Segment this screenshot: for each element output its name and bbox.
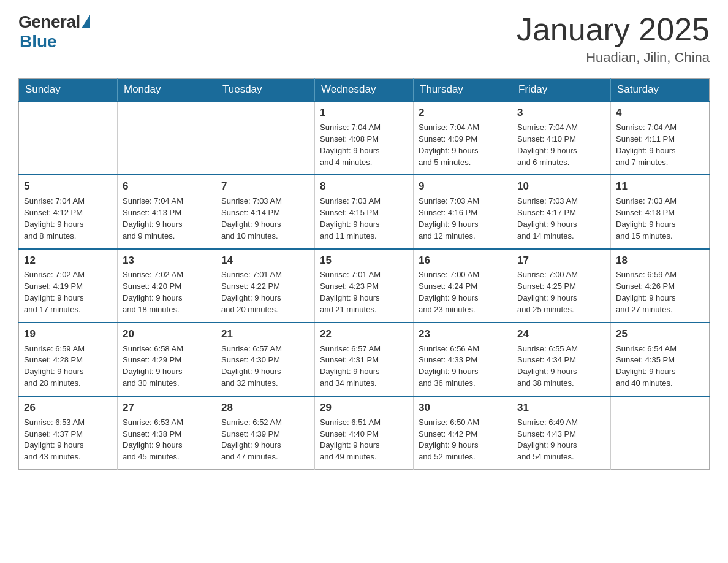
day-number: 15 xyxy=(320,253,408,268)
calendar-header-row: SundayMondayTuesdayWednesdayThursdayFrid… xyxy=(19,79,710,102)
header-saturday: Saturday xyxy=(611,79,710,102)
day-number: 1 xyxy=(320,105,408,120)
calendar-cell: 31Sunrise: 6:49 AMSunset: 4:43 PMDayligh… xyxy=(512,396,611,470)
day-info: Sunrise: 7:01 AMSunset: 4:22 PMDaylight:… xyxy=(221,270,282,314)
day-info: Sunrise: 7:04 AMSunset: 4:09 PMDaylight:… xyxy=(419,123,479,167)
calendar-cell: 18Sunrise: 6:59 AMSunset: 4:26 PMDayligh… xyxy=(611,249,710,323)
calendar-cell: 20Sunrise: 6:58 AMSunset: 4:29 PMDayligh… xyxy=(118,323,216,396)
day-info: Sunrise: 6:58 AMSunset: 4:29 PMDaylight:… xyxy=(123,344,183,388)
day-number: 7 xyxy=(221,179,309,194)
header-monday: Monday xyxy=(118,79,216,102)
calendar-cell: 22Sunrise: 6:57 AMSunset: 4:31 PMDayligh… xyxy=(315,323,414,396)
day-number: 14 xyxy=(221,253,309,268)
header-friday: Friday xyxy=(512,79,611,102)
day-info: Sunrise: 7:02 AMSunset: 4:20 PMDaylight:… xyxy=(123,270,183,314)
page-header: General Blue January 2025 Huadian, Jilin… xyxy=(18,12,710,66)
day-info: Sunrise: 6:53 AMSunset: 4:37 PMDaylight:… xyxy=(24,418,85,462)
day-number: 17 xyxy=(517,253,605,268)
day-info: Sunrise: 6:52 AMSunset: 4:39 PMDaylight:… xyxy=(221,418,282,462)
calendar-week-row: 1Sunrise: 7:04 AMSunset: 4:08 PMDaylight… xyxy=(19,101,710,175)
day-number: 24 xyxy=(517,327,605,342)
calendar-week-row: 12Sunrise: 7:02 AMSunset: 4:19 PMDayligh… xyxy=(19,249,710,323)
day-number: 21 xyxy=(221,327,309,342)
day-number: 28 xyxy=(221,400,309,415)
day-info: Sunrise: 6:51 AMSunset: 4:40 PMDaylight:… xyxy=(320,418,381,462)
calendar-cell: 2Sunrise: 7:04 AMSunset: 4:09 PMDaylight… xyxy=(414,101,512,175)
location-subtitle: Huadian, Jilin, China xyxy=(517,50,710,66)
calendar-cell: 17Sunrise: 7:00 AMSunset: 4:25 PMDayligh… xyxy=(512,249,611,323)
day-number: 8 xyxy=(320,179,408,194)
logo: General Blue xyxy=(18,12,90,52)
calendar-cell: 15Sunrise: 7:01 AMSunset: 4:23 PMDayligh… xyxy=(315,249,414,323)
day-info: Sunrise: 6:59 AMSunset: 4:26 PMDaylight:… xyxy=(616,270,677,314)
calendar-week-row: 19Sunrise: 6:59 AMSunset: 4:28 PMDayligh… xyxy=(19,323,710,396)
header-thursday: Thursday xyxy=(414,79,512,102)
calendar-cell: 12Sunrise: 7:02 AMSunset: 4:19 PMDayligh… xyxy=(19,249,118,323)
day-info: Sunrise: 7:03 AMSunset: 4:17 PMDaylight:… xyxy=(517,196,578,240)
calendar-cell: 26Sunrise: 6:53 AMSunset: 4:37 PMDayligh… xyxy=(19,396,118,470)
day-number: 18 xyxy=(616,253,704,268)
day-number: 10 xyxy=(517,179,605,194)
calendar-cell: 6Sunrise: 7:04 AMSunset: 4:13 PMDaylight… xyxy=(118,175,216,248)
day-info: Sunrise: 7:03 AMSunset: 4:16 PMDaylight:… xyxy=(419,196,479,240)
calendar-cell: 4Sunrise: 7:04 AMSunset: 4:11 PMDaylight… xyxy=(611,101,710,175)
calendar-cell xyxy=(118,101,216,175)
calendar-cell xyxy=(19,101,118,175)
day-info: Sunrise: 6:53 AMSunset: 4:38 PMDaylight:… xyxy=(123,418,183,462)
logo-triangle-icon xyxy=(82,15,90,28)
calendar-cell: 27Sunrise: 6:53 AMSunset: 4:38 PMDayligh… xyxy=(118,396,216,470)
day-number: 16 xyxy=(419,253,507,268)
day-number: 26 xyxy=(24,400,112,415)
calendar-cell: 28Sunrise: 6:52 AMSunset: 4:39 PMDayligh… xyxy=(216,396,315,470)
calendar-cell: 25Sunrise: 6:54 AMSunset: 4:35 PMDayligh… xyxy=(611,323,710,396)
day-number: 29 xyxy=(320,400,408,415)
calendar-cell: 7Sunrise: 7:03 AMSunset: 4:14 PMDaylight… xyxy=(216,175,315,248)
calendar-cell: 8Sunrise: 7:03 AMSunset: 4:15 PMDaylight… xyxy=(315,175,414,248)
logo-general-text: General xyxy=(18,12,80,32)
title-section: January 2025 Huadian, Jilin, China xyxy=(517,12,710,66)
month-title: January 2025 xyxy=(517,12,710,47)
calendar-cell: 21Sunrise: 6:57 AMSunset: 4:30 PMDayligh… xyxy=(216,323,315,396)
day-number: 2 xyxy=(419,105,507,120)
calendar-cell: 10Sunrise: 7:03 AMSunset: 4:17 PMDayligh… xyxy=(512,175,611,248)
day-info: Sunrise: 7:04 AMSunset: 4:08 PMDaylight:… xyxy=(320,123,381,167)
day-info: Sunrise: 6:59 AMSunset: 4:28 PMDaylight:… xyxy=(24,344,85,388)
day-number: 11 xyxy=(616,179,704,194)
calendar-cell xyxy=(216,101,315,175)
day-number: 13 xyxy=(123,253,211,268)
day-number: 4 xyxy=(616,105,704,120)
day-info: Sunrise: 7:04 AMSunset: 4:12 PMDaylight:… xyxy=(24,196,85,240)
day-number: 25 xyxy=(616,327,704,342)
day-number: 23 xyxy=(419,327,507,342)
header-wednesday: Wednesday xyxy=(315,79,414,102)
day-number: 31 xyxy=(517,400,605,415)
header-sunday: Sunday xyxy=(19,79,118,102)
day-number: 9 xyxy=(419,179,507,194)
day-info: Sunrise: 7:01 AMSunset: 4:23 PMDaylight:… xyxy=(320,270,381,314)
day-info: Sunrise: 7:02 AMSunset: 4:19 PMDaylight:… xyxy=(24,270,85,314)
day-info: Sunrise: 6:54 AMSunset: 4:35 PMDaylight:… xyxy=(616,344,677,388)
calendar-cell xyxy=(611,396,710,470)
day-info: Sunrise: 7:00 AMSunset: 4:24 PMDaylight:… xyxy=(419,270,479,314)
calendar-cell: 23Sunrise: 6:56 AMSunset: 4:33 PMDayligh… xyxy=(414,323,512,396)
calendar-cell: 1Sunrise: 7:04 AMSunset: 4:08 PMDaylight… xyxy=(315,101,414,175)
day-number: 3 xyxy=(517,105,605,120)
calendar-table: SundayMondayTuesdayWednesdayThursdayFrid… xyxy=(18,78,710,470)
day-info: Sunrise: 7:03 AMSunset: 4:18 PMDaylight:… xyxy=(616,196,677,240)
calendar-cell: 16Sunrise: 7:00 AMSunset: 4:24 PMDayligh… xyxy=(414,249,512,323)
calendar-cell: 11Sunrise: 7:03 AMSunset: 4:18 PMDayligh… xyxy=(611,175,710,248)
day-info: Sunrise: 6:55 AMSunset: 4:34 PMDaylight:… xyxy=(517,344,578,388)
day-number: 19 xyxy=(24,327,112,342)
day-info: Sunrise: 7:04 AMSunset: 4:11 PMDaylight:… xyxy=(616,123,677,167)
calendar-cell: 29Sunrise: 6:51 AMSunset: 4:40 PMDayligh… xyxy=(315,396,414,470)
calendar-cell: 5Sunrise: 7:04 AMSunset: 4:12 PMDaylight… xyxy=(19,175,118,248)
day-info: Sunrise: 6:50 AMSunset: 4:42 PMDaylight:… xyxy=(419,418,479,462)
day-info: Sunrise: 6:49 AMSunset: 4:43 PMDaylight:… xyxy=(517,418,578,462)
calendar-week-row: 26Sunrise: 6:53 AMSunset: 4:37 PMDayligh… xyxy=(19,396,710,470)
day-info: Sunrise: 6:57 AMSunset: 4:31 PMDaylight:… xyxy=(320,344,381,388)
calendar-cell: 19Sunrise: 6:59 AMSunset: 4:28 PMDayligh… xyxy=(19,323,118,396)
day-info: Sunrise: 7:03 AMSunset: 4:15 PMDaylight:… xyxy=(320,196,381,240)
day-info: Sunrise: 7:04 AMSunset: 4:13 PMDaylight:… xyxy=(123,196,183,240)
calendar-cell: 3Sunrise: 7:04 AMSunset: 4:10 PMDaylight… xyxy=(512,101,611,175)
day-info: Sunrise: 6:56 AMSunset: 4:33 PMDaylight:… xyxy=(419,344,479,388)
